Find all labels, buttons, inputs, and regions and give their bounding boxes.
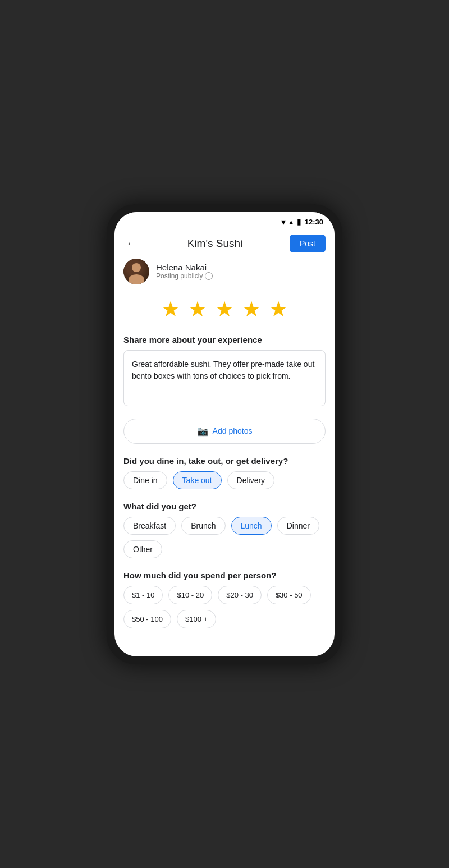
stars-row: ★ ★ ★ ★ ★ — [123, 295, 326, 324]
phone-frame: 12:30 ← Kim's Sushi Post Helena Nakai Po… — [107, 204, 342, 664]
camera-icon: 📷 — [197, 426, 208, 437]
status-time: 12:30 — [305, 218, 323, 226]
chip-take-out[interactable]: Take out — [173, 471, 222, 489]
dine-question: Did you dine in, take out, or get delive… — [123, 456, 326, 466]
spend-section: How much did you spend per person? $1 - … — [123, 571, 326, 628]
dine-chips: Dine in Take out Delivery — [123, 471, 326, 489]
battery-icon — [297, 217, 301, 227]
chip-other[interactable]: Other — [123, 540, 162, 558]
back-button[interactable]: ← — [123, 234, 140, 253]
get-section: What did you get? Breakfast Brunch Lunch… — [123, 502, 326, 558]
page-title: Kim's Sushi — [187, 237, 243, 250]
get-question: What did you get? — [123, 502, 326, 511]
user-row: Helena Nakai Posting publicly i — [123, 259, 326, 284]
star-3[interactable]: ★ — [215, 297, 234, 322]
post-button[interactable]: Post — [290, 235, 326, 252]
chip-lunch[interactable]: Lunch — [231, 517, 272, 535]
share-label: Share more about your experience — [123, 335, 326, 345]
chip-brunch[interactable]: Brunch — [181, 517, 225, 535]
user-info: Helena Nakai Posting publicly i — [156, 263, 213, 280]
star-5[interactable]: ★ — [269, 297, 288, 322]
chip-spend-20-30[interactable]: $20 - 30 — [218, 586, 262, 604]
signal-icon — [288, 217, 295, 227]
chip-dinner[interactable]: Dinner — [277, 517, 319, 535]
avatar — [123, 259, 149, 284]
chip-dine-in[interactable]: Dine in — [123, 471, 167, 489]
phone-screen: 12:30 ← Kim's Sushi Post Helena Nakai Po… — [114, 212, 335, 656]
chip-delivery[interactable]: Delivery — [227, 471, 275, 489]
star-2[interactable]: ★ — [188, 297, 207, 322]
spend-chips: $1 - 10 $10 - 20 $20 - 30 $30 - 50 $50 -… — [123, 586, 326, 628]
scroll-area: Helena Nakai Posting publicly i ★ ★ ★ ★ … — [114, 259, 335, 656]
wifi-icon — [281, 217, 286, 227]
chip-spend-10-20[interactable]: $10 - 20 — [168, 586, 212, 604]
chip-breakfast[interactable]: Breakfast — [123, 517, 176, 535]
add-photos-button[interactable]: 📷 Add photos — [123, 419, 326, 444]
star-1[interactable]: ★ — [161, 297, 180, 322]
chip-spend-1-10[interactable]: $1 - 10 — [123, 586, 163, 604]
avatar-image — [123, 259, 149, 284]
app-header: ← Kim's Sushi Post — [114, 229, 335, 259]
chip-spend-50-100[interactable]: $50 - 100 — [123, 610, 171, 628]
status-bar: 12:30 — [114, 212, 335, 229]
add-photos-label: Add photos — [213, 426, 253, 435]
dine-section: Did you dine in, take out, or get delive… — [123, 456, 326, 489]
star-4[interactable]: ★ — [242, 297, 261, 322]
chip-spend-100-plus[interactable]: $100 + — [177, 610, 216, 628]
review-textarea[interactable]: Great affordable sushi. They offer pre-m… — [123, 350, 326, 406]
posting-status: Posting publicly i — [156, 272, 213, 280]
spend-question: How much did you spend per person? — [123, 571, 326, 580]
status-icons — [281, 217, 301, 227]
get-chips: Breakfast Brunch Lunch Dinner Other — [123, 517, 326, 558]
user-name: Helena Nakai — [156, 263, 213, 272]
chip-spend-30-50[interactable]: $30 - 50 — [267, 586, 311, 604]
info-icon[interactable]: i — [205, 272, 213, 280]
